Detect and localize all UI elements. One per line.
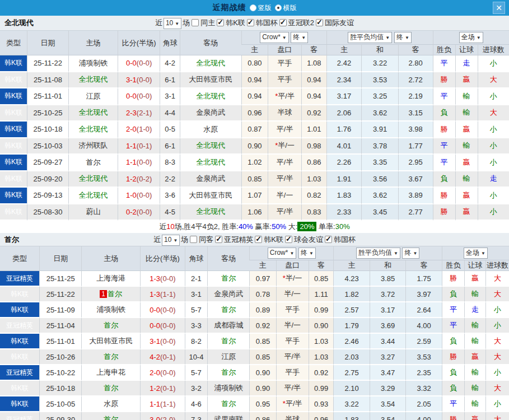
handicap-text: 平/半 — [277, 158, 293, 166]
horizontal-layout-radio[interactable] — [275, 4, 282, 11]
vertical-layout-radio[interactable] — [250, 4, 256, 11]
games-count-select[interactable]: 10▼ — [162, 235, 180, 246]
match-row: 韩K联25-11-22浦项制铁0-0(0-0)4-2全北现代0.80平手1.08… — [0, 55, 509, 72]
match-row: 韩K联25-11-08全北现代3-1(0-0)6-1大田韩亚市民0.94平手0.… — [0, 72, 509, 89]
league-checkbox[interactable] — [217, 19, 224, 26]
away-team-cell: 武里南联 — [207, 412, 249, 420]
league-type-cell: 亚冠精英 — [0, 412, 39, 420]
avg-subheader: 和 — [370, 260, 406, 271]
crow-subheader: 客 — [309, 260, 334, 271]
odds-time-select[interactable]: 终▼ — [298, 248, 316, 259]
fulltime-score: 0-0 — [150, 306, 160, 314]
crow-away-odds-cell: 0.90 — [309, 318, 334, 334]
same-venue-checkbox[interactable] — [190, 236, 197, 243]
handicap-text: 平/半 — [277, 174, 293, 183]
score-cell: 3-1(0-0) — [118, 72, 160, 89]
result-handicap-cell: 輸 — [464, 396, 485, 412]
avg-draw-odds-cell: 3.72 — [370, 287, 406, 302]
near-label: 近 — [155, 18, 162, 27]
crow-away-odds-cell: 0.99 — [309, 302, 334, 318]
same-venue-checkbox[interactable] — [192, 19, 199, 26]
layout-horizontal-option[interactable]: 横版 — [275, 3, 297, 13]
avg-draw-odds-cell: 3.69 — [370, 318, 406, 334]
crow-away-odds-cell: 0.85 — [309, 271, 334, 287]
league-checkbox[interactable] — [325, 236, 332, 243]
result-handicap-cell: 贏 — [464, 412, 485, 420]
date-cell: 25-11-25 — [39, 271, 81, 287]
date-cell: 25-10-22 — [39, 365, 81, 381]
chevron-down-icon: ▼ — [405, 35, 409, 40]
fulltime-score: 2-0 — [126, 125, 137, 133]
summary-segment: 10 — [166, 222, 174, 231]
away-team-cell: 全北现代 — [180, 204, 241, 221]
filter-bar: 近10▼场同客亚冠精英韩K联球会友谊韩国杯 — [0, 233, 509, 246]
chevron-down-icon: ▼ — [309, 251, 314, 256]
wdl-average-select[interactable]: 胜平负均值▼ — [348, 32, 392, 43]
score-cell: 0-0(0-0) — [118, 55, 160, 72]
match-row: 韩K联25-09-27首尔1-1(0-0)8-3全北现代1.02平/半0.862… — [0, 155, 509, 171]
avg-home-odds-cell: 1.76 — [326, 122, 362, 138]
avg-away-odds-cell: 2.19 — [398, 88, 433, 105]
home-team-cell: 全北现代 — [68, 105, 118, 122]
away-team-cell: 江原 — [207, 349, 249, 365]
halftime-score: (0-0) — [160, 321, 175, 330]
fulltime-select[interactable]: 全场▼ — [464, 248, 488, 259]
avg-home-odds-cell: 2.03 — [333, 349, 370, 365]
bookmaker-select[interactable]: Crow*▼ — [260, 32, 289, 43]
handicap-text: 半/一 — [284, 321, 301, 329]
games-count-select[interactable]: 10▼ — [164, 18, 181, 29]
vertical-layout-label: 竖版 — [258, 3, 272, 13]
close-icon[interactable]: ✕ — [493, 2, 505, 14]
league-checkbox[interactable] — [316, 19, 323, 26]
result-goals-cell: 小 — [485, 365, 509, 381]
fulltime-score: 1-2 — [150, 384, 160, 393]
same-venue-label: 同主 — [200, 18, 215, 27]
league-type-cell: 韩K联 — [0, 155, 27, 171]
home-team-cell: 浦项制铁 — [68, 55, 118, 72]
match-row: 韩K联25-10-25全北现代2-3(2-1)4-4金泉尚武0.96半球0.92… — [0, 105, 509, 122]
column-header: 客场 — [180, 31, 241, 55]
league-checkbox[interactable] — [285, 236, 292, 243]
fulltime-select[interactable]: 全场▼ — [459, 32, 483, 43]
wdl-average-select[interactable]: 胜平负均值▼ — [356, 248, 400, 259]
halftime-score: (1-1) — [160, 400, 175, 408]
result-handicap-cell: 贏 — [455, 155, 478, 171]
fulltime-score: 0-0 — [150, 321, 160, 330]
crow-away-odds-cell: 1.08 — [301, 55, 326, 72]
avg-draw-odds-cell: 3.29 — [370, 381, 406, 396]
score-cell: 3-0(2-0) — [140, 412, 185, 420]
away-team-cell: 首尔 — [207, 396, 249, 412]
home-team-cell: 上海申花 — [81, 365, 140, 381]
corners-cell: 3-1 — [185, 287, 207, 302]
halftime-score: (0-0) — [137, 208, 152, 216]
halftime-score: (0-0) — [137, 92, 152, 100]
league-label: 球会友谊 — [294, 235, 323, 244]
away-team-name: 全北现代 — [196, 92, 225, 100]
crow-home-odds-cell: 0.94 — [241, 72, 268, 89]
results-table: 类型日期主场比分(半场)角球客场Crow*▼ 终▼胜平负均值▼ 终▼全场▼主盘口… — [0, 31, 509, 221]
crow-home-odds-cell: 0.89 — [249, 302, 275, 318]
date-cell: 25-10-18 — [27, 122, 68, 138]
avg-draw-odds-cell: 3.17 — [370, 302, 406, 318]
odds-time-select-2[interactable]: 终▼ — [394, 32, 412, 43]
score-cell: 1-2(0-1) — [140, 381, 185, 396]
league-checkbox[interactable] — [255, 236, 262, 243]
corners-cell: 6-1 — [160, 72, 179, 89]
crow-header-group: Crow*▼ 终▼ — [249, 246, 333, 260]
odds-time-select-2[interactable]: 终▼ — [402, 248, 419, 259]
away-team-name: 全北现代 — [196, 59, 225, 67]
score-cell: 2-3(2-1) — [118, 105, 160, 122]
result-goals-cell: 大 — [478, 72, 509, 89]
layout-vertical-option[interactable]: 竖版 — [250, 3, 272, 13]
avg-subheader: 客 — [405, 260, 442, 271]
home-team-cell: 全北现代 — [68, 72, 118, 89]
handicap-text: 平手 — [285, 305, 300, 314]
odds-time-select[interactable]: 终▼ — [291, 32, 308, 43]
league-checkbox[interactable] — [215, 236, 222, 243]
halftime-score: (0-0) — [160, 306, 175, 314]
summary-segment: 30% — [335, 222, 350, 231]
league-checkbox[interactable] — [279, 19, 287, 26]
bookmaker-select[interactable]: Crow*▼ — [268, 248, 297, 259]
league-checkbox[interactable] — [247, 19, 254, 26]
home-team-name: 江原 — [86, 92, 100, 100]
